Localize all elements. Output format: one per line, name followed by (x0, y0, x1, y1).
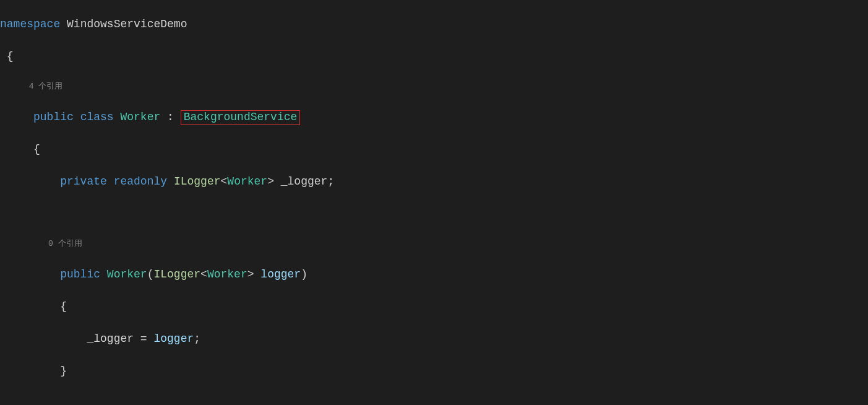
blank-line[interactable] (0, 395, 868, 405)
worker-type: Worker (207, 268, 247, 281)
codelens-text[interactable]: 4 个引用 (29, 82, 63, 91)
logger-field: _logger (281, 175, 328, 188)
code-editor[interactable]: namespace WindowsServiceDemo { 4 个引用 pub… (0, 0, 868, 405)
ilogger-type: ILogger (174, 175, 221, 188)
gt: > (267, 175, 274, 188)
public-keyword: public (60, 268, 100, 281)
close-paren: ) (301, 268, 307, 281)
namespace-name: WindowsServiceDemo (67, 18, 187, 30)
brace: { (33, 143, 40, 155)
namespace-keyword: namespace (0, 18, 60, 30)
public-keyword: public (33, 111, 74, 123)
logger-field: _logger (87, 333, 134, 345)
gt: > (247, 268, 254, 281)
codelens-ctor[interactable]: 0 个引用 (0, 238, 868, 250)
code-line[interactable]: namespace WindowsServiceDemo (0, 16, 868, 32)
blank-line[interactable] (0, 206, 868, 222)
codelens-class[interactable]: 4 个引用 (0, 81, 868, 93)
code-line[interactable]: public Worker(ILogger<Worker> logger) (0, 266, 868, 282)
brace: } (60, 365, 67, 377)
code-line[interactable]: } (0, 363, 868, 379)
semi: ; (194, 333, 200, 345)
ctor-name: Worker (107, 268, 147, 281)
code-line[interactable]: { (0, 298, 868, 315)
brace: { (7, 50, 14, 63)
class-name: Worker (120, 111, 160, 123)
class-keyword: class (80, 111, 114, 123)
worker-type: Worker (227, 175, 267, 188)
code-line[interactable]: private readonly ILogger<Worker> _logger… (0, 173, 868, 189)
ilogger-type: ILogger (153, 268, 200, 281)
code-line[interactable]: { (0, 48, 868, 64)
private-keyword: private (60, 175, 107, 188)
logger-param: logger (260, 268, 301, 281)
code-line[interactable]: { (0, 141, 868, 157)
lt: < (200, 268, 207, 281)
code-line[interactable]: public class Worker : BackgroundService (0, 109, 868, 125)
open-paren: ( (147, 268, 154, 281)
readonly-keyword: readonly (114, 175, 167, 188)
logger-param: logger (153, 333, 194, 345)
brace: { (60, 300, 67, 313)
eq: = (134, 333, 153, 345)
colon: : (160, 111, 180, 123)
semi: ; (327, 175, 334, 188)
lt: < (221, 175, 228, 188)
code-line[interactable]: _logger = logger; (0, 331, 868, 347)
codelens-text[interactable]: 0 个引用 (48, 239, 82, 248)
base-class-highlighted: BackgroundService (181, 110, 301, 125)
